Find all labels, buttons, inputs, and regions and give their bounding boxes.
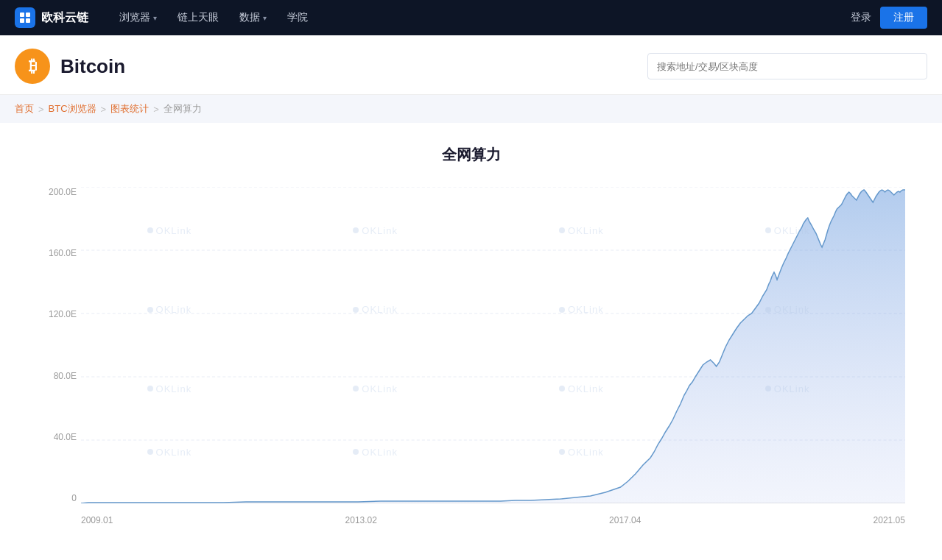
breadcrumb-current: 全网算力 — [164, 102, 202, 116]
chart-title: 全网算力 — [37, 145, 905, 165]
chart-container: 全网算力 0 40.0E 80.0E 120.0E 160.0E 200.0E — [15, 123, 927, 555]
bitcoin-icon: ₿ — [15, 49, 50, 84]
breadcrumb-home[interactable]: 首页 — [15, 102, 34, 116]
y-label-0: 0 — [37, 493, 81, 503]
register-button[interactable]: 注册 — [880, 7, 927, 29]
nav-item-academy[interactable]: 学院 — [278, 7, 317, 29]
navbar: 欧科云链 浏览器 ▾ 链上天眼 数据 ▾ 学院 登录 注册 — [0, 0, 942, 35]
breadcrumb: 首页 > BTC浏览器 > 图表统计 > 全网算力 — [0, 95, 942, 123]
breadcrumb-btc-browser[interactable]: BTC浏览器 — [49, 102, 96, 116]
x-label-1: 2013.02 — [345, 515, 377, 525]
sep-1: > — [38, 104, 44, 115]
chart-wrap: 0 40.0E 80.0E 120.0E 160.0E 200.0E — [37, 187, 905, 525]
y-label-5: 200.0E — [37, 187, 81, 197]
y-label-3: 120.0E — [37, 309, 81, 319]
sep-2: > — [101, 104, 107, 115]
y-label-1: 40.0E — [37, 432, 81, 442]
nav-right: 登录 注册 — [851, 7, 927, 29]
y-label-4: 160.0E — [37, 248, 81, 258]
breadcrumb-chart-stats[interactable]: 图表统计 — [110, 102, 149, 116]
logo-text: 欧科云链 — [41, 10, 88, 26]
svg-rect-1 — [26, 13, 30, 17]
x-label-3: 2021.05 — [874, 515, 905, 525]
chevron-down-icon: ▾ — [263, 14, 267, 22]
svg-rect-0 — [20, 13, 24, 17]
x-axis: 2009.01 2013.02 2017.04 2021.05 — [81, 515, 905, 525]
svg-rect-3 — [26, 18, 30, 23]
coin-name: Bitcoin — [60, 55, 125, 78]
chart-svg: OKLink OKLink OKLink OKLink OKLink OKLin… — [81, 187, 905, 503]
y-axis: 0 40.0E 80.0E 120.0E 160.0E 200.0E — [37, 187, 81, 503]
x-label-2: 2017.04 — [609, 515, 641, 525]
sep-3: > — [153, 104, 159, 115]
nav-item-browser[interactable]: 浏览器 ▾ — [110, 7, 166, 29]
page-header: ₿ Bitcoin — [0, 35, 942, 95]
search-input[interactable] — [647, 53, 927, 79]
logo[interactable]: 欧科云链 — [15, 7, 88, 28]
nav-items: 浏览器 ▾ 链上天眼 数据 ▾ 学院 — [110, 7, 851, 29]
nav-item-data[interactable]: 数据 ▾ — [231, 7, 275, 29]
coin-info: ₿ Bitcoin — [15, 49, 125, 84]
x-label-0: 2009.01 — [81, 515, 113, 525]
logo-icon — [15, 7, 35, 28]
chevron-down-icon: ▾ — [153, 14, 157, 22]
login-button[interactable]: 登录 — [851, 11, 871, 24]
nav-item-chain-eye[interactable]: 链上天眼 — [169, 7, 228, 29]
svg-rect-2 — [20, 18, 24, 23]
y-label-2: 80.0E — [37, 371, 81, 381]
